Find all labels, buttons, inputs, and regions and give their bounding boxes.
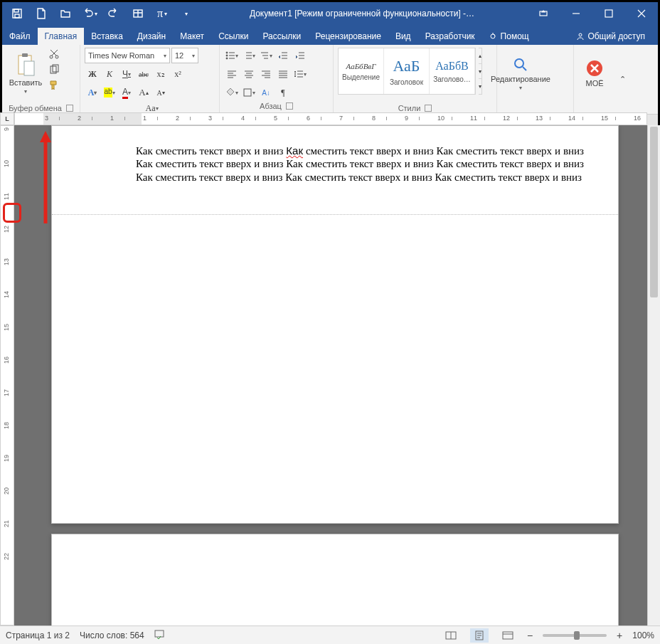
styles-up[interactable]: ▴ — [479, 48, 481, 63]
tab-view[interactable]: Вид — [388, 28, 418, 45]
moe-label: МОЁ — [585, 79, 603, 88]
shading-button[interactable]: ▾ — [224, 85, 240, 100]
zoom-level[interactable]: 100% — [632, 630, 654, 640]
qat-customize-button[interactable]: ▾ — [176, 3, 197, 24]
editing-button[interactable]: Редактирование ▾ — [501, 48, 540, 99]
zoom-in-button[interactable]: + — [617, 630, 622, 641]
collapse-ribbon-button[interactable]: ⌃ — [614, 45, 631, 114]
font-color-button[interactable]: A▾ — [119, 85, 134, 100]
svg-point-12 — [55, 56, 58, 58]
redo-button[interactable] — [103, 3, 124, 24]
grow-font-button[interactable]: A▴ — [136, 85, 151, 100]
styles-launcher[interactable] — [425, 105, 432, 112]
tab-mailings[interactable]: Рассылки — [255, 28, 308, 45]
tab-selector[interactable]: L — [0, 112, 14, 125]
show-marks-button[interactable]: ¶ — [275, 85, 291, 100]
moe-button[interactable]: МОЁ — [578, 48, 611, 99]
word-count[interactable]: Число слов: 564 — [80, 630, 144, 640]
sort-button[interactable]: A↓ — [258, 85, 274, 100]
close-button[interactable] — [625, 2, 658, 25]
tab-references[interactable]: Ссылки — [211, 28, 255, 45]
align-center-button[interactable] — [241, 66, 257, 82]
italic-button[interactable]: К — [102, 66, 117, 82]
maximize-button[interactable] — [592, 2, 625, 25]
font-name-combo[interactable]: Times New Roman▾ — [85, 48, 170, 63]
clipboard-launcher[interactable] — [66, 105, 73, 112]
zoom-slider-thumb[interactable] — [574, 631, 580, 640]
inc-indent-button[interactable] — [292, 48, 308, 63]
vertical-ruler[interactable]: 910111213141516171819202122 — [0, 125, 14, 625]
copy-button[interactable] — [48, 63, 60, 76]
style-item-2[interactable]: АаБбВЗаголово… — [430, 48, 475, 94]
underline-button[interactable]: Ч▾ — [119, 66, 134, 82]
print-layout-button[interactable] — [470, 628, 489, 643]
superscript-button[interactable]: x² — [170, 66, 186, 82]
cut-button[interactable] — [48, 48, 60, 60]
tell-me[interactable]: Помощ — [482, 28, 536, 45]
font-name-value: Times New Roman — [88, 51, 154, 60]
paragraph-launcher[interactable] — [286, 102, 293, 110]
svg-rect-1 — [14, 9, 18, 12]
page-status[interactable]: Страница 1 из 2 — [6, 630, 70, 640]
tab-file[interactable]: Файл — [2, 28, 38, 45]
svg-rect-2 — [15, 14, 19, 18]
read-mode-button[interactable] — [442, 628, 460, 643]
tab-layout[interactable]: Макет — [173, 28, 211, 45]
share-label: Общий доступ — [587, 31, 645, 41]
ribbon: Вставить ▾ Буфер обмена Times New Roman▾… — [2, 45, 658, 115]
multilevel-button[interactable]: ▾ — [258, 48, 274, 63]
text-effects-button[interactable]: A▾ — [85, 85, 100, 100]
svg-rect-5 — [605, 10, 612, 17]
tab-insert[interactable]: Вставка — [84, 28, 130, 45]
horizontal-ruler[interactable]: 3211234567891011121314151617 — [14, 112, 647, 125]
style-item-1[interactable]: АаБЗаголовок — [384, 48, 430, 94]
group-editing: Редактирование ▾ — [497, 45, 574, 114]
table-button[interactable] — [127, 3, 149, 24]
scroll-thumb[interactable] — [650, 127, 658, 297]
bold-button[interactable]: Ж — [85, 66, 100, 82]
borders-button[interactable]: ▾ — [241, 85, 257, 100]
page-2[interactable] — [51, 534, 619, 625]
align-right-button[interactable] — [258, 66, 274, 82]
strike-button[interactable]: abc — [136, 66, 151, 82]
ribbon-options-button[interactable] — [527, 2, 560, 25]
editing-label: Редактирование — [491, 75, 550, 83]
vertical-scrollbar[interactable] — [647, 125, 660, 625]
paste-button[interactable]: Вставить ▾ — [6, 48, 45, 99]
shrink-font-button[interactable]: A▾ — [153, 85, 169, 100]
page-1[interactable]: Как сместить текст вверх и вниз Как смес… — [51, 125, 619, 524]
bullets-button[interactable]: ▾ — [224, 48, 240, 63]
subscript-button[interactable]: x₂ — [153, 66, 169, 82]
new-doc-button[interactable] — [31, 3, 52, 24]
undo-button[interactable]: ▾ — [79, 3, 100, 24]
annotation-arrow — [38, 131, 53, 223]
gridline — [52, 214, 618, 215]
line-spacing-button[interactable]: ▾ — [292, 66, 308, 82]
font-size-combo[interactable]: 12▾ — [171, 48, 198, 63]
zoom-slider[interactable] — [543, 634, 607, 637]
equation-button[interactable]: π▾ — [151, 3, 173, 24]
minimize-button[interactable] — [560, 2, 592, 25]
styles-down[interactable]: ▾ — [479, 63, 481, 79]
share-button[interactable]: Общий доступ — [569, 28, 652, 45]
save-button[interactable] — [6, 3, 28, 24]
document-text[interactable]: Как сместить текст вверх и вниз Как смес… — [136, 144, 584, 184]
styles-more[interactable]: ▾ — [479, 78, 481, 94]
justify-button[interactable] — [275, 66, 291, 82]
style-item-0[interactable]: АаБбВвГВыделение — [339, 48, 384, 94]
proofing-icon[interactable] — [154, 629, 166, 641]
tab-design[interactable]: Дизайн — [130, 28, 173, 45]
styles-gallery[interactable]: АаБбВвГВыделениеАаБЗаголовокАаБбВЗаголов… — [338, 48, 476, 95]
highlight-button[interactable]: ab▾ — [102, 85, 117, 100]
zoom-out-button[interactable]: − — [527, 630, 533, 641]
format-painter-button[interactable] — [48, 79, 60, 92]
open-button[interactable] — [55, 3, 76, 24]
align-left-button[interactable] — [224, 66, 240, 82]
numbering-button[interactable]: ▾ — [241, 48, 257, 63]
ribbon-tabs: Файл Главная Вставка Дизайн Макет Ссылки… — [2, 25, 658, 45]
tab-review[interactable]: Рецензирование — [308, 28, 388, 45]
tab-home[interactable]: Главная — [38, 28, 85, 45]
web-layout-button[interactable] — [499, 628, 517, 643]
dec-indent-button[interactable] — [275, 48, 291, 63]
tab-developer[interactable]: Разработчик — [418, 28, 482, 45]
